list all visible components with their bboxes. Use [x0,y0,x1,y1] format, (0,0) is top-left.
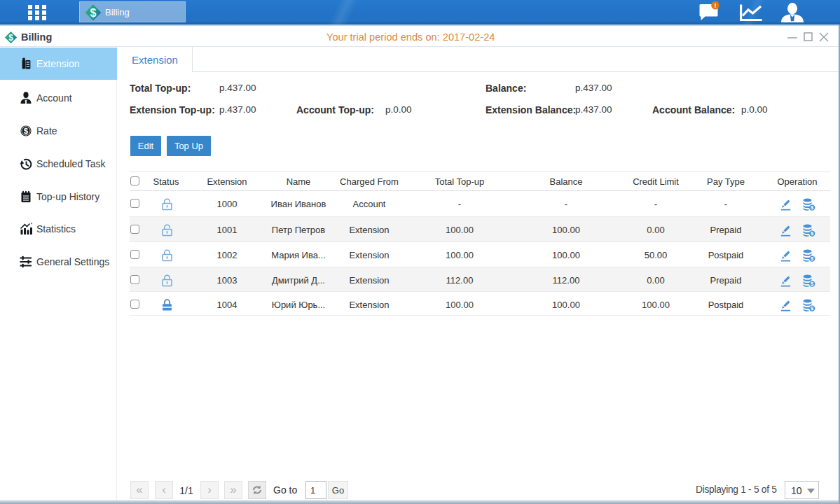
svg-text:$: $ [24,127,29,135]
svg-text:$: $ [90,7,97,19]
svg-text:$: $ [8,33,13,43]
svg-text:!: ! [714,1,716,9]
